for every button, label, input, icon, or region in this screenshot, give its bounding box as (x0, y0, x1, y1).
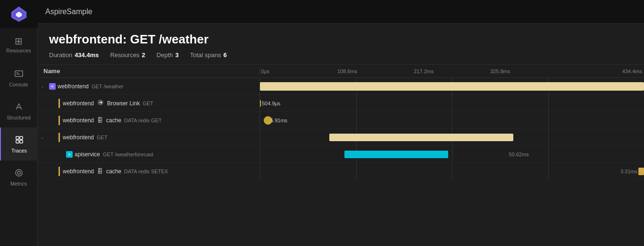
total-spans-value: 6 (224, 51, 227, 59)
timeline-labels: 0μs 108.6ms 217.2ms 325.8ms 434.4ms (260, 68, 644, 74)
web-icon-1: w (49, 83, 56, 90)
row-timeline-5: 50.62ms (260, 146, 644, 163)
total-spans-meta: Total spans 6 (190, 51, 227, 59)
sidebar: ⊞ Resources Console Structured Traces Me… (0, 0, 38, 246)
svg-rect-3 (15, 71, 23, 76)
traces-icon (15, 135, 24, 146)
sidebar-item-metrics[interactable]: Metrics (0, 161, 38, 194)
service-name-4: webfrontend (63, 134, 94, 141)
resources-meta: Resources 2 (110, 51, 145, 59)
svg-point-10 (16, 170, 22, 176)
service-name-6b: cache (106, 168, 121, 175)
operation-tag-3: DATA redis GET (124, 118, 162, 123)
table-row[interactable]: webfrontend 🗄 cache DATA redis GET 5.91m… (38, 112, 644, 129)
operation-tag-1: GET /weather (92, 84, 124, 89)
page-header: webfrontend: GET /weather Duration 434.4… (38, 24, 644, 65)
service-bar-6 (59, 167, 60, 176)
sidebar-item-label-resources: Resources (6, 48, 31, 53)
timeline-label-2: 217.2ms (413, 68, 489, 74)
sidebar-item-traces[interactable]: Traces (0, 127, 38, 161)
expand-icon-4[interactable]: - (42, 135, 47, 140)
operation-tag-6: DATA redis SETEX (124, 169, 168, 174)
trace-area: Name 0μs 108.6ms 217.2ms 325.8ms 434.4ms… (38, 65, 644, 246)
db-icon-3: 🗄 (97, 117, 103, 124)
row-timeline-1 (260, 78, 644, 95)
service-name-1: webfrontend (58, 83, 89, 90)
row-name-1: - w webfrontend GET /weather (38, 83, 259, 90)
table-row[interactable]: - w webfrontend GET /weather (38, 78, 644, 95)
console-icon (14, 69, 24, 80)
api-icon-5: a (66, 151, 73, 158)
span-label-3: 5.91ms (270, 118, 287, 123)
operation-tag-2: GET (142, 101, 153, 106)
sidebar-item-label-metrics: Metrics (10, 181, 27, 187)
service-name-6a: webfrontend (63, 168, 94, 175)
timeline-label-3: 325.8ms (489, 68, 566, 74)
app-name: AspireSample (45, 8, 92, 16)
resources-label: Resources (110, 51, 139, 59)
service-name-2b: Browser Link (107, 100, 140, 107)
timeline-header: 0μs 108.6ms 217.2ms 325.8ms 434.4ms (260, 68, 644, 75)
service-name-5: apiservice (75, 151, 100, 158)
span-label-2: 504.9μs (262, 101, 280, 106)
main-content: AspireSample webfrontend: GET /weather D… (38, 0, 644, 246)
trace-rows: - w webfrontend GET /weather (38, 78, 644, 246)
column-name-header: Name (38, 68, 259, 75)
span-label-left-5: 50.62ms (501, 152, 529, 157)
svg-rect-8 (16, 140, 19, 143)
total-spans-label: Total spans (190, 51, 221, 59)
table-row[interactable]: - webfrontend GET 77.86ms (38, 129, 644, 146)
service-bar-4 (59, 133, 60, 142)
row-timeline-2: 504.9μs (260, 95, 644, 112)
operation-tag-4: GET (97, 135, 108, 140)
page-title: webfrontend: GET /weather (49, 32, 633, 47)
db-icon-6: 🗄 (97, 168, 103, 175)
svg-rect-9 (20, 140, 23, 143)
timeline-label-1: 108.6ms (336, 68, 413, 74)
arrow-icon (97, 99, 104, 107)
span-bar-2 (260, 100, 261, 107)
row-name-3: webfrontend 🗄 cache DATA redis GET (38, 116, 259, 125)
page-meta: Duration 434.4ms Resources 2 Depth 3 Tot… (49, 51, 633, 59)
sidebar-item-resources[interactable]: ⊞ Resources (0, 28, 38, 61)
depth-meta: Depth 3 (157, 51, 179, 59)
row-name-6: webfrontend 🗄 cache DATA redis SETEX (38, 167, 259, 176)
span-bar-5 (344, 151, 448, 158)
app-logo (0, 0, 38, 28)
sidebar-item-console[interactable]: Console (0, 61, 38, 94)
sidebar-item-label-structured: Structured (7, 115, 31, 120)
resources-value: 2 (142, 51, 145, 59)
timeline-label-0: 0μs (260, 68, 336, 74)
timeline-label-4: 434.4ms (566, 68, 644, 74)
row-timeline-6: 3.31ms (260, 163, 644, 180)
sidebar-item-structured[interactable]: Structured (0, 94, 38, 127)
service-name-2a: webfrontend (63, 100, 94, 107)
span-bar-1 (260, 82, 644, 91)
table-row[interactable]: a apiservice GET /weatherforecast 50.62m… (38, 146, 644, 163)
span-label-left-6: 3.31ms (620, 169, 637, 174)
service-name-3b: cache (106, 117, 121, 124)
duration-meta: Duration 434.4ms (49, 51, 99, 59)
metrics-icon (14, 168, 24, 179)
resources-icon: ⊞ (15, 36, 23, 46)
row-name-5: a apiservice GET /weatherforecast (38, 151, 259, 158)
row-name-4: - webfrontend GET (38, 133, 259, 142)
duration-value: 434.4ms (75, 51, 99, 59)
svg-rect-7 (20, 136, 23, 139)
duration-label: Duration (49, 51, 72, 59)
row-timeline-4: 77.86ms (260, 129, 644, 146)
operation-tag-5: GET /weatherforecast (103, 152, 153, 157)
table-row[interactable]: webfrontend Browser Link GET 504.9μs (38, 95, 644, 112)
sidebar-item-label-traces: Traces (11, 148, 27, 153)
expand-icon-1[interactable]: - (42, 84, 47, 89)
service-name-3a: webfrontend (63, 117, 94, 124)
logo-icon (10, 6, 27, 23)
row-timeline-3: 5.91ms (260, 112, 644, 129)
trace-header: Name 0μs 108.6ms 217.2ms 325.8ms 434.4ms (38, 65, 644, 78)
span-bar-4 (329, 134, 514, 141)
service-bar-3 (59, 116, 60, 125)
table-row[interactable]: webfrontend 🗄 cache DATA redis SETEX 3.3… (38, 163, 644, 180)
svg-point-11 (17, 171, 20, 174)
depth-value: 3 (176, 51, 179, 59)
svg-rect-6 (16, 136, 19, 139)
